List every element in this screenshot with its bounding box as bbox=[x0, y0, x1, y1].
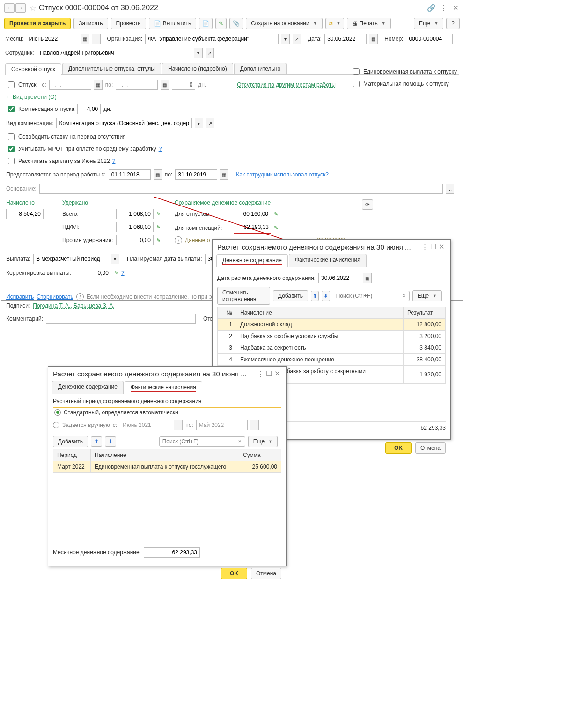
vacation-checkbox[interactable]: Отпуск bbox=[6, 80, 36, 89]
recalc-checkbox[interactable]: Рассчитать зарплату за Июнь 2022 ? bbox=[6, 156, 458, 166]
employee-input[interactable] bbox=[37, 48, 191, 58]
kebab-icon[interactable]: ⋮ bbox=[256, 369, 265, 378]
lump-sum-check-input[interactable] bbox=[353, 68, 360, 75]
accrued-value-input[interactable] bbox=[6, 209, 44, 219]
cancel-fixes-button[interactable]: Отменить исправления bbox=[217, 287, 270, 305]
nav-back-button[interactable]: ← bbox=[4, 3, 15, 13]
comment-input[interactable] bbox=[46, 314, 196, 324]
employee-dropdown[interactable]: ▾ bbox=[194, 48, 203, 58]
pencil-icon[interactable]: ✎ bbox=[156, 237, 161, 243]
basis-input[interactable] bbox=[39, 184, 443, 194]
compensation-days-input[interactable] bbox=[77, 104, 101, 114]
maximize-icon[interactable]: ☐ bbox=[265, 369, 273, 378]
correction-input[interactable] bbox=[74, 268, 111, 278]
kebab-icon[interactable]: ⋮ bbox=[420, 243, 429, 251]
close-icon[interactable]: ✕ bbox=[437, 243, 446, 251]
comp-type-input[interactable] bbox=[56, 118, 192, 128]
month-calendar-button[interactable]: ▦ bbox=[81, 34, 89, 44]
payment-dropdown[interactable]: ▾ bbox=[111, 254, 119, 264]
pencil-icon[interactable]: ✎ bbox=[274, 225, 278, 231]
date-input[interactable] bbox=[324, 34, 367, 44]
material-help-checkbox[interactable]: Материальная помощь к отпуску bbox=[351, 79, 457, 88]
absence-link[interactable]: Отсутствия по другим местам работы bbox=[237, 81, 335, 88]
manual-from-stepper[interactable]: ÷ bbox=[174, 420, 183, 430]
release-rate-check-input[interactable] bbox=[8, 133, 15, 140]
cancel-button[interactable]: Отмена bbox=[415, 442, 446, 454]
pencil-icon[interactable]: ✎ bbox=[114, 270, 118, 276]
tab-money-content[interactable]: Денежное содержание bbox=[216, 254, 288, 267]
more-button[interactable]: Еще▼ bbox=[414, 18, 443, 29]
search-box[interactable]: × bbox=[333, 291, 410, 301]
vacation-days-input[interactable] bbox=[172, 80, 195, 90]
mrot-check-input[interactable] bbox=[8, 146, 15, 152]
close-icon[interactable]: ✕ bbox=[273, 369, 281, 378]
vacation-to-input[interactable] bbox=[116, 80, 158, 90]
basis-ellipsis[interactable]: … bbox=[446, 184, 454, 194]
move-down-button[interactable]: ⬇ bbox=[105, 436, 116, 447]
help-button[interactable]: ? bbox=[446, 18, 460, 29]
table-row[interactable]: Март 2022 Единовременная выплата к отпус… bbox=[53, 461, 281, 472]
recalc-check-input[interactable] bbox=[8, 158, 15, 164]
date-calendar-button[interactable]: ▦ bbox=[369, 34, 378, 44]
edit-link[interactable]: Исправить bbox=[6, 294, 34, 300]
create-based-button[interactable]: Создать на основании▼ bbox=[246, 18, 322, 29]
work-period-from-input[interactable] bbox=[109, 169, 151, 180]
org-open[interactable]: ↗ bbox=[293, 34, 301, 44]
number-input[interactable] bbox=[406, 34, 453, 44]
move-down-button[interactable]: ⬇ bbox=[322, 291, 330, 301]
vacation-from-input[interactable] bbox=[49, 80, 91, 90]
mrot-help[interactable]: ? bbox=[159, 146, 162, 152]
manual-to-input[interactable] bbox=[196, 420, 248, 430]
vacation-check-input[interactable] bbox=[8, 81, 15, 88]
employee-open[interactable]: ↗ bbox=[206, 48, 214, 58]
lump-sum-checkbox[interactable]: Единовременная выплата к отпуску bbox=[351, 67, 457, 76]
org-input[interactable] bbox=[145, 34, 279, 44]
compensation-checkbox[interactable]: Компенсация отпуска bbox=[6, 104, 74, 114]
search-box[interactable]: × bbox=[159, 436, 245, 447]
tab-extra[interactable]: Дополнительно bbox=[234, 63, 287, 74]
move-up-button[interactable]: ⬆ bbox=[91, 436, 102, 447]
more-button[interactable]: Еще▼ bbox=[248, 436, 278, 447]
copy-button[interactable]: ▼ bbox=[325, 18, 344, 29]
tab-main-vacation[interactable]: Основной отпуск bbox=[5, 63, 61, 75]
table-row[interactable]: 3 Надбавка за секретность 3 840,00 bbox=[218, 342, 446, 354]
tab-accrued[interactable]: Начислено (подробно) bbox=[162, 63, 233, 74]
add-button[interactable]: Добавить bbox=[53, 436, 88, 447]
report-button[interactable] bbox=[199, 18, 213, 29]
maximize-icon[interactable]: ☐ bbox=[429, 243, 437, 251]
pencil-icon[interactable]: ✎ bbox=[274, 211, 278, 217]
post-and-close-button[interactable]: Провести и закрыть bbox=[4, 18, 71, 29]
write-button[interactable]: Записать bbox=[74, 18, 108, 29]
mrot-checkbox[interactable]: Учитывать МРОТ при оплате по среднему за… bbox=[6, 144, 458, 154]
ok-button[interactable]: OK bbox=[221, 568, 247, 579]
compensation-check-input[interactable] bbox=[8, 106, 15, 112]
ok-button[interactable]: OK bbox=[385, 442, 412, 454]
ndfl-input[interactable] bbox=[116, 222, 154, 232]
comp-type-open[interactable]: ↗ bbox=[206, 118, 214, 128]
for-compensations-input[interactable] bbox=[234, 222, 271, 232]
tab-actual-accruals[interactable]: Фактические начисления bbox=[289, 254, 367, 267]
time-kind-link[interactable]: Вид времени (О) bbox=[13, 94, 57, 100]
payment-select[interactable] bbox=[33, 254, 108, 264]
correction-help[interactable]: ? bbox=[121, 270, 125, 276]
work-period-to-input[interactable] bbox=[175, 169, 217, 180]
storno-link[interactable]: Сторнировать bbox=[37, 294, 73, 300]
clear-search-button[interactable]: × bbox=[399, 293, 409, 299]
print-button[interactable]: Печать▼ bbox=[347, 18, 391, 29]
how-used-link[interactable]: Как сотрудник использовал отпуск? bbox=[236, 171, 329, 178]
nav-forward-button[interactable]: → bbox=[15, 3, 26, 13]
search-input[interactable] bbox=[160, 437, 235, 446]
manual-to-stepper[interactable]: ÷ bbox=[250, 420, 259, 430]
link-icon[interactable]: 🔗 bbox=[427, 4, 435, 12]
material-help-check-input[interactable] bbox=[353, 81, 360, 87]
more-button[interactable]: Еще▼ bbox=[412, 290, 442, 301]
radio-manual[interactable]: Задается вручную bbox=[53, 422, 110, 428]
to-calendar-button[interactable]: ▦ bbox=[161, 80, 169, 90]
chevron-right-icon[interactable]: › bbox=[6, 94, 8, 100]
add-button[interactable]: Добавить bbox=[273, 290, 308, 301]
calc-date-input[interactable] bbox=[318, 273, 360, 283]
favorite-icon[interactable]: ☆ bbox=[29, 4, 36, 13]
from-calendar-button[interactable]: ▦ bbox=[94, 80, 103, 90]
pencil-icon[interactable]: ✎ bbox=[156, 211, 161, 217]
post-button[interactable]: Провести bbox=[111, 18, 146, 29]
